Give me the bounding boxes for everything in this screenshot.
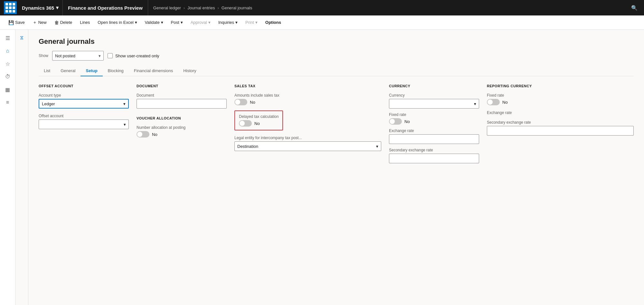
content-grid: OFFSET ACCOUNT Account type Ledger ▾ Off… xyxy=(39,84,634,167)
approval-button[interactable]: Approval ▾ xyxy=(187,18,214,27)
tab-history[interactable]: History xyxy=(178,66,201,76)
fixed-rate-toggle[interactable] xyxy=(389,118,402,125)
chevron-down-icon: ▾ xyxy=(124,122,126,127)
voucher-alloc-title: VOUCHER ALLOCATION xyxy=(137,116,227,120)
currency-section: CURRENCY Currency ▾ Fixed rate No xyxy=(389,84,479,167)
toggle-knob xyxy=(137,132,142,137)
print-button[interactable]: Print ▾ xyxy=(242,18,261,27)
toggle-knob xyxy=(488,100,493,105)
sidebar-item-home[interactable]: ⌂ xyxy=(2,45,14,57)
chevron-down-icon: ▾ xyxy=(208,20,211,25)
fixed-rate-toggle-row: No xyxy=(389,118,479,125)
delete-icon: 🗑 xyxy=(54,20,59,25)
document-title: DOCUMENT xyxy=(137,84,227,88)
amounts-include-toggle[interactable] xyxy=(234,99,247,105)
breadcrumb-item-3[interactable]: General journals xyxy=(222,5,252,10)
search-icon[interactable]: 🔍 xyxy=(629,2,640,14)
toggle-knob xyxy=(240,121,245,126)
sidebar-item-modules[interactable]: ≡ xyxy=(2,97,14,108)
toggle-knob xyxy=(390,119,395,124)
secondary-exchange-input[interactable] xyxy=(389,154,479,163)
breadcrumb: General ledger › Journal entries › Gener… xyxy=(148,5,257,10)
number-alloc-group: Number allocation at posting No xyxy=(137,125,227,138)
tab-general[interactable]: General xyxy=(55,66,80,76)
tab-setup[interactable]: Setup xyxy=(80,66,102,76)
reporting-secondary-exchange-group: Secondary exchange rate xyxy=(487,120,634,136)
number-alloc-toggle[interactable] xyxy=(137,131,149,138)
reporting-currency-title: REPORTING CURRENCY xyxy=(487,84,634,88)
currency-field-group: Currency ▾ xyxy=(389,93,479,109)
secondary-exchange-label: Secondary exchange rate xyxy=(389,148,479,152)
filter-icon[interactable]: ⧖ xyxy=(17,32,26,43)
new-icon: ＋ xyxy=(33,20,37,25)
top-navigation: Dynamics 365 ▾ Finance and Operations Pr… xyxy=(0,0,644,15)
validate-button[interactable]: Validate ▾ xyxy=(142,18,166,27)
delayed-tax-highlight-box: Delayed tax calculation No xyxy=(234,110,283,130)
post-button[interactable]: Post ▾ xyxy=(168,18,186,27)
offset-account-dropdown[interactable]: ▾ xyxy=(39,119,129,129)
account-type-dropdown[interactable]: Ledger ▾ xyxy=(39,99,129,109)
lines-button[interactable]: Lines xyxy=(77,18,93,27)
delete-button[interactable]: 🗑 Delete xyxy=(51,18,76,27)
save-button[interactable]: 💾 Save xyxy=(5,18,28,27)
delayed-tax-toggle[interactable] xyxy=(239,120,252,127)
chevron-down-icon: ▾ xyxy=(235,20,238,25)
chevron-down-icon: ▾ xyxy=(123,101,126,106)
toggle-knob xyxy=(235,100,240,105)
brand-dynamics365[interactable]: Dynamics 365 ▾ xyxy=(19,0,63,15)
new-button[interactable]: ＋ New xyxy=(29,18,50,27)
sidebar-item-workspaces[interactable]: ▦ xyxy=(2,84,14,95)
document-field-group: Document xyxy=(137,93,227,109)
currency-dropdown[interactable]: ▾ xyxy=(389,99,479,109)
tabs: List General Setup Blocking Financial di… xyxy=(39,66,634,76)
breadcrumb-item-1[interactable]: General ledger xyxy=(153,5,181,10)
save-icon: 💾 xyxy=(8,20,14,25)
account-type-group: Account type Ledger ▾ xyxy=(39,93,129,109)
chevron-down-icon: ▾ xyxy=(474,101,476,106)
sidebar-item-favorites[interactable]: ☆ xyxy=(2,58,14,70)
show-user-created-checkbox[interactable] xyxy=(108,53,113,58)
sidebar-item-recent[interactable]: ⏱ xyxy=(2,71,14,82)
chevron-down-icon: ▾ xyxy=(99,53,101,58)
currency-label: Currency xyxy=(389,93,479,98)
legal-entity-label: Legal entity for intercompany tax post..… xyxy=(234,136,381,140)
show-row: Show Not posted ▾ Show user-created only xyxy=(39,51,634,61)
legal-entity-dropdown[interactable]: Destination ▾ xyxy=(234,141,381,151)
exchange-rate-label: Exchange rate xyxy=(389,129,479,133)
document-section: DOCUMENT Document VOUCHER ALLOCATION Num… xyxy=(137,84,227,167)
document-input[interactable] xyxy=(137,99,227,109)
breadcrumb-item-2[interactable]: Journal entries xyxy=(187,5,215,10)
tab-financial-dimensions[interactable]: Financial dimensions xyxy=(129,66,178,76)
tab-blocking[interactable]: Blocking xyxy=(103,66,129,76)
fixed-rate-value: No xyxy=(404,119,410,124)
reporting-secondary-exchange-input[interactable] xyxy=(487,126,634,136)
show-user-created-row: Show user-created only xyxy=(108,53,159,58)
amounts-include-label: Amounts include sales tax xyxy=(234,93,381,98)
open-lines-button[interactable]: Open lines in Excel ▾ xyxy=(94,18,140,27)
inquiries-button[interactable]: Inquiries ▾ xyxy=(215,18,241,27)
offset-account-label: Offset account xyxy=(39,114,129,118)
chevron-down-icon: ▾ xyxy=(376,144,378,149)
delayed-tax-group: Delayed tax calculation No xyxy=(239,114,279,127)
voucher-allocation-section: VOUCHER ALLOCATION Number allocation at … xyxy=(137,116,227,138)
reporting-fixed-rate-toggle[interactable] xyxy=(487,99,500,105)
sales-tax-section: SALES TAX Amounts include sales tax No D… xyxy=(234,84,381,167)
fixed-rate-label: Fixed rate xyxy=(389,112,479,117)
amounts-include-group: Amounts include sales tax No xyxy=(234,93,381,105)
tab-list[interactable]: List xyxy=(39,66,55,76)
amounts-include-value: No xyxy=(250,100,255,105)
apps-button[interactable] xyxy=(4,1,17,14)
reporting-fixed-rate-toggle-row: No xyxy=(487,99,634,105)
document-label: Document xyxy=(137,93,227,98)
offset-account-title: OFFSET ACCOUNT xyxy=(39,84,129,88)
secondary-exchange-group: Secondary exchange rate xyxy=(389,148,479,163)
left-sidebar: ☰ ⌂ ☆ ⏱ ▦ ≡ xyxy=(0,30,15,305)
show-dropdown[interactable]: Not posted ▾ xyxy=(52,51,104,61)
fixed-rate-group: Fixed rate No xyxy=(389,112,479,125)
exchange-rate-input[interactable] xyxy=(389,134,479,144)
sidebar-item-hamburger[interactable]: ☰ xyxy=(2,32,14,44)
account-type-label: Account type xyxy=(39,93,129,98)
chevron-down-icon: ▾ xyxy=(135,20,137,25)
options-button[interactable]: Options xyxy=(262,18,284,27)
amounts-toggle-row: No xyxy=(234,99,381,105)
